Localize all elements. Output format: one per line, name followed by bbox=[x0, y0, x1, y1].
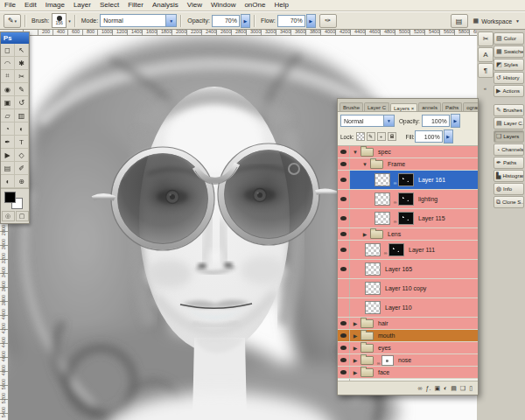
mask-thumbnail[interactable] bbox=[398, 212, 414, 225]
visibility-toggle[interactable] bbox=[338, 367, 350, 378]
opacity-slider-button[interactable]: ▶ bbox=[241, 14, 250, 28]
menu-item[interactable]: File bbox=[0, 0, 20, 10]
layer-row[interactable]: Layer 161 bbox=[338, 171, 478, 190]
expand-caret-icon[interactable] bbox=[352, 150, 359, 155]
dock-panel-button[interactable]: ◩ Styles bbox=[494, 59, 524, 71]
blend-mode-select[interactable]: Normal ▼ bbox=[340, 115, 395, 127]
menu-item[interactable]: Layer bbox=[69, 0, 95, 10]
tool-button[interactable]: ↺ bbox=[15, 96, 29, 109]
collapsed-panel-icon[interactable]: ✂ bbox=[478, 32, 494, 46]
layer-name[interactable]: lighting bbox=[418, 196, 438, 202]
current-tool-button[interactable]: ✎ ▾ bbox=[4, 14, 21, 28]
layer-row[interactable]: nose bbox=[338, 354, 478, 367]
layer-name[interactable]: hair bbox=[378, 320, 388, 326]
panel-tab[interactable]: Layers × bbox=[390, 103, 417, 112]
expand-caret-icon[interactable] bbox=[352, 332, 359, 339]
layer-name[interactable]: Layer 161 bbox=[418, 177, 445, 183]
panel-tab[interactable]: Brushe bbox=[340, 102, 363, 111]
expand-caret-icon[interactable] bbox=[352, 369, 359, 375]
layer-thumbnail[interactable] bbox=[374, 173, 390, 186]
layer-row[interactable]: Lens bbox=[338, 228, 478, 241]
menu-item[interactable]: Filter bbox=[123, 0, 148, 10]
dock-panel-button[interactable]: ❏ Layers bbox=[494, 130, 524, 143]
layer-row[interactable]: Frame bbox=[338, 158, 478, 171]
tool-button[interactable]: ✒ bbox=[1, 136, 15, 149]
layer-thumbnail[interactable] bbox=[374, 192, 390, 206]
menu-item[interactable]: Window bbox=[206, 0, 240, 10]
menu-item[interactable]: View bbox=[183, 0, 206, 10]
layer-row[interactable]: Layer 110 copy bbox=[338, 279, 478, 298]
tool-button[interactable]: ✂ bbox=[15, 70, 29, 83]
tool-button[interactable]: ◔ bbox=[1, 122, 15, 136]
layer-thumbnail[interactable] bbox=[365, 243, 381, 256]
tool-button[interactable]: ▥ bbox=[15, 109, 29, 122]
dock-panel-button[interactable]: ✎ Brushes bbox=[494, 104, 524, 116]
flow-slider-button[interactable]: ▶ bbox=[306, 14, 316, 28]
expand-caret-icon[interactable] bbox=[352, 357, 359, 363]
layer-row[interactable]: mouth bbox=[338, 330, 478, 342]
layer-row[interactable]: spec bbox=[338, 146, 478, 158]
layer-thumbnail[interactable] bbox=[365, 301, 381, 314]
tool-button[interactable]: ◉ bbox=[1, 83, 15, 96]
tool-button[interactable]: ✎ bbox=[15, 83, 29, 96]
visibility-toggle[interactable] bbox=[338, 209, 350, 228]
layer-thumbnail[interactable] bbox=[374, 212, 390, 225]
layer-name[interactable]: face bbox=[378, 369, 389, 375]
panel-tab[interactable]: ogram bbox=[463, 102, 478, 111]
layers-panel-action-icon[interactable]: ❑ bbox=[460, 382, 466, 394]
airbrush-toggle[interactable]: ✑ bbox=[319, 14, 337, 28]
menu-item[interactable]: Analysis bbox=[148, 0, 183, 10]
dock-panel-button[interactable]: ▤ Layer C.. bbox=[494, 117, 524, 130]
lock-all-icon[interactable] bbox=[388, 132, 396, 141]
layer-thumbnail[interactable] bbox=[365, 282, 381, 295]
tool-button[interactable]: ◖ bbox=[1, 175, 15, 188]
dock-panel-button[interactable]: ◍ Info bbox=[494, 183, 524, 195]
visibility-toggle[interactable] bbox=[338, 228, 350, 240]
visibility-toggle[interactable] bbox=[338, 260, 350, 278]
layer-row[interactable]: eyes bbox=[338, 342, 478, 354]
photoshop-logo[interactable]: Ps bbox=[1, 32, 29, 44]
visibility-toggle[interactable] bbox=[338, 330, 350, 341]
layer-name[interactable]: Layer 110 bbox=[385, 304, 412, 311]
tool-button[interactable]: ◠ bbox=[1, 57, 15, 70]
layer-name[interactable]: Lens bbox=[388, 231, 401, 237]
paragraph-panel-icon[interactable]: ¶ bbox=[478, 63, 494, 78]
layer-row[interactable]: Layer 115 bbox=[338, 209, 478, 228]
visibility-toggle[interactable] bbox=[338, 171, 350, 189]
dock-panel-button[interactable]: ▙ Histogram bbox=[494, 170, 524, 182]
layer-fill-input[interactable]: 100% bbox=[415, 130, 443, 143]
expand-caret-icon[interactable] bbox=[352, 345, 359, 351]
tool-button[interactable]: ▱ bbox=[1, 109, 15, 122]
layer-row[interactable]: Layer 110 bbox=[338, 298, 478, 318]
tool-button[interactable]: ⊕ bbox=[15, 175, 29, 188]
blend-mode-select[interactable]: Normal ▼ bbox=[100, 14, 177, 27]
tool-button[interactable]: ▤ bbox=[1, 162, 15, 175]
visibility-toggle[interactable] bbox=[338, 241, 350, 259]
menu-item[interactable]: onOne bbox=[240, 0, 270, 10]
menu-item[interactable]: Image bbox=[41, 0, 69, 10]
tool-button[interactable]: ◐ bbox=[15, 122, 29, 136]
layer-name[interactable]: Layer 110 copy bbox=[385, 285, 426, 291]
character-panel-icon[interactable]: A bbox=[478, 47, 494, 62]
visibility-toggle[interactable] bbox=[338, 158, 350, 170]
dock-panel-button[interactable]: ◔ Channels bbox=[494, 144, 524, 156]
fill-slider-button[interactable]: ▶ bbox=[444, 130, 453, 144]
layers-panel-action-icon[interactable]: ƒ. bbox=[426, 382, 431, 394]
tool-button[interactable]: T bbox=[15, 136, 29, 149]
layer-name[interactable]: eyes bbox=[378, 345, 391, 351]
layer-name[interactable]: Layer 115 bbox=[418, 215, 445, 221]
mask-thumbnail[interactable] bbox=[388, 243, 404, 256]
quick-mask-button[interactable]: ◎ bbox=[2, 211, 15, 221]
dock-panel-button[interactable]: ↺ History bbox=[494, 72, 524, 84]
layer-row[interactable]: face bbox=[338, 367, 478, 379]
opacity-slider-button[interactable]: ▶ bbox=[451, 114, 460, 128]
mask-thumbnail[interactable] bbox=[398, 192, 414, 206]
collapse-dock-icon[interactable]: « bbox=[478, 86, 493, 91]
tool-button[interactable]: ✱ bbox=[15, 57, 29, 70]
layers-panel-action-icon[interactable]: ∞ bbox=[418, 382, 423, 394]
opacity-input[interactable]: 70% bbox=[212, 15, 240, 27]
layer-name[interactable]: Layer 165 bbox=[385, 266, 412, 272]
tool-button[interactable]: ◻ bbox=[1, 44, 15, 57]
expand-caret-icon[interactable] bbox=[361, 162, 368, 167]
expand-caret-icon[interactable] bbox=[361, 231, 368, 237]
